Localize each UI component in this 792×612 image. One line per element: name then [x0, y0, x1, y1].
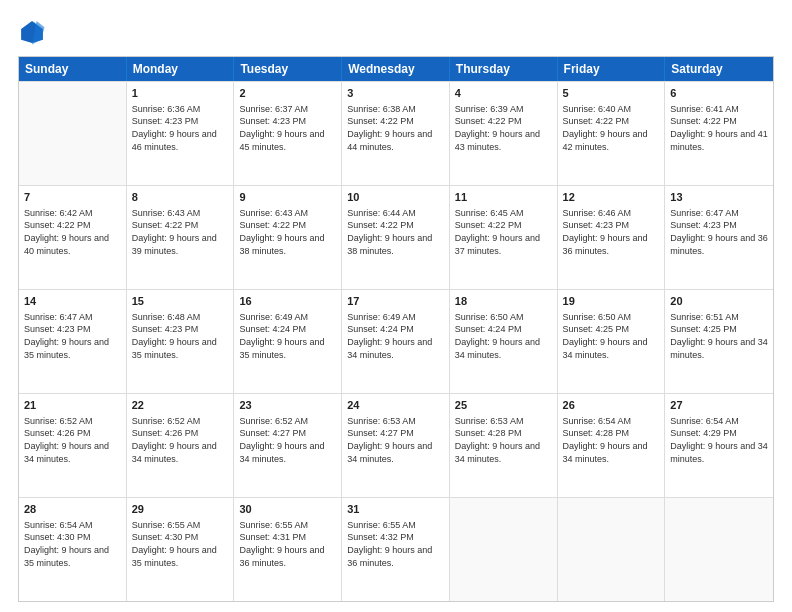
logo: [18, 18, 50, 46]
cal-cell-28: 28Sunrise: 6:54 AMSunset: 4:30 PMDayligh…: [19, 498, 127, 601]
cal-cell-detail: Sunrise: 6:50 AMSunset: 4:24 PMDaylight:…: [455, 311, 552, 361]
cal-week-5: 28Sunrise: 6:54 AMSunset: 4:30 PMDayligh…: [19, 497, 773, 601]
cal-cell-26: 26Sunrise: 6:54 AMSunset: 4:28 PMDayligh…: [558, 394, 666, 497]
cal-header-monday: Monday: [127, 57, 235, 81]
cal-cell-17: 17Sunrise: 6:49 AMSunset: 4:24 PMDayligh…: [342, 290, 450, 393]
cal-cell-5: 5Sunrise: 6:40 AMSunset: 4:22 PMDaylight…: [558, 82, 666, 185]
cal-cell-detail: Sunrise: 6:51 AMSunset: 4:25 PMDaylight:…: [670, 311, 768, 361]
cal-cell-detail: Sunrise: 6:44 AMSunset: 4:22 PMDaylight:…: [347, 207, 444, 257]
cal-cell-detail: Sunrise: 6:40 AMSunset: 4:22 PMDaylight:…: [563, 103, 660, 153]
page: SundayMondayTuesdayWednesdayThursdayFrid…: [0, 0, 792, 612]
cal-cell-detail: Sunrise: 6:47 AMSunset: 4:23 PMDaylight:…: [670, 207, 768, 257]
cal-cell-10: 10Sunrise: 6:44 AMSunset: 4:22 PMDayligh…: [342, 186, 450, 289]
cal-cell-31: 31Sunrise: 6:55 AMSunset: 4:32 PMDayligh…: [342, 498, 450, 601]
cal-cell-detail: Sunrise: 6:41 AMSunset: 4:22 PMDaylight:…: [670, 103, 768, 153]
cal-cell-detail: Sunrise: 6:37 AMSunset: 4:23 PMDaylight:…: [239, 103, 336, 153]
cal-header-tuesday: Tuesday: [234, 57, 342, 81]
cal-cell-22: 22Sunrise: 6:52 AMSunset: 4:26 PMDayligh…: [127, 394, 235, 497]
cal-cell-detail: Sunrise: 6:36 AMSunset: 4:23 PMDaylight:…: [132, 103, 229, 153]
cal-day-number: 22: [132, 398, 229, 413]
cal-cell-empty: [558, 498, 666, 601]
cal-cell-detail: Sunrise: 6:48 AMSunset: 4:23 PMDaylight:…: [132, 311, 229, 361]
cal-cell-21: 21Sunrise: 6:52 AMSunset: 4:26 PMDayligh…: [19, 394, 127, 497]
cal-cell-6: 6Sunrise: 6:41 AMSunset: 4:22 PMDaylight…: [665, 82, 773, 185]
cal-cell-detail: Sunrise: 6:49 AMSunset: 4:24 PMDaylight:…: [347, 311, 444, 361]
cal-day-number: 24: [347, 398, 444, 413]
cal-day-number: 25: [455, 398, 552, 413]
cal-day-number: 11: [455, 190, 552, 205]
cal-cell-detail: Sunrise: 6:43 AMSunset: 4:22 PMDaylight:…: [132, 207, 229, 257]
cal-day-number: 3: [347, 86, 444, 101]
cal-cell-25: 25Sunrise: 6:53 AMSunset: 4:28 PMDayligh…: [450, 394, 558, 497]
cal-cell-9: 9Sunrise: 6:43 AMSunset: 4:22 PMDaylight…: [234, 186, 342, 289]
cal-header-friday: Friday: [558, 57, 666, 81]
cal-day-number: 18: [455, 294, 552, 309]
cal-cell-detail: Sunrise: 6:47 AMSunset: 4:23 PMDaylight:…: [24, 311, 121, 361]
calendar-body: 1Sunrise: 6:36 AMSunset: 4:23 PMDaylight…: [19, 81, 773, 601]
cal-cell-detail: Sunrise: 6:55 AMSunset: 4:31 PMDaylight:…: [239, 519, 336, 569]
cal-cell-empty: [665, 498, 773, 601]
cal-cell-detail: Sunrise: 6:55 AMSunset: 4:30 PMDaylight:…: [132, 519, 229, 569]
cal-day-number: 12: [563, 190, 660, 205]
cal-day-number: 16: [239, 294, 336, 309]
cal-cell-12: 12Sunrise: 6:46 AMSunset: 4:23 PMDayligh…: [558, 186, 666, 289]
cal-cell-detail: Sunrise: 6:53 AMSunset: 4:28 PMDaylight:…: [455, 415, 552, 465]
cal-day-number: 5: [563, 86, 660, 101]
cal-cell-18: 18Sunrise: 6:50 AMSunset: 4:24 PMDayligh…: [450, 290, 558, 393]
cal-cell-empty: [19, 82, 127, 185]
cal-day-number: 20: [670, 294, 768, 309]
cal-cell-19: 19Sunrise: 6:50 AMSunset: 4:25 PMDayligh…: [558, 290, 666, 393]
cal-cell-8: 8Sunrise: 6:43 AMSunset: 4:22 PMDaylight…: [127, 186, 235, 289]
cal-cell-detail: Sunrise: 6:42 AMSunset: 4:22 PMDaylight:…: [24, 207, 121, 257]
cal-day-number: 27: [670, 398, 768, 413]
cal-cell-detail: Sunrise: 6:54 AMSunset: 4:28 PMDaylight:…: [563, 415, 660, 465]
cal-cell-detail: Sunrise: 6:55 AMSunset: 4:32 PMDaylight:…: [347, 519, 444, 569]
cal-header-saturday: Saturday: [665, 57, 773, 81]
cal-day-number: 10: [347, 190, 444, 205]
cal-cell-29: 29Sunrise: 6:55 AMSunset: 4:30 PMDayligh…: [127, 498, 235, 601]
cal-cell-3: 3Sunrise: 6:38 AMSunset: 4:22 PMDaylight…: [342, 82, 450, 185]
cal-day-number: 23: [239, 398, 336, 413]
cal-day-number: 28: [24, 502, 121, 517]
cal-cell-13: 13Sunrise: 6:47 AMSunset: 4:23 PMDayligh…: [665, 186, 773, 289]
cal-day-number: 8: [132, 190, 229, 205]
cal-day-number: 1: [132, 86, 229, 101]
cal-day-number: 4: [455, 86, 552, 101]
cal-day-number: 9: [239, 190, 336, 205]
cal-header-sunday: Sunday: [19, 57, 127, 81]
cal-cell-1: 1Sunrise: 6:36 AMSunset: 4:23 PMDaylight…: [127, 82, 235, 185]
cal-day-number: 21: [24, 398, 121, 413]
cal-cell-27: 27Sunrise: 6:54 AMSunset: 4:29 PMDayligh…: [665, 394, 773, 497]
cal-cell-30: 30Sunrise: 6:55 AMSunset: 4:31 PMDayligh…: [234, 498, 342, 601]
header: [18, 18, 774, 46]
cal-day-number: 31: [347, 502, 444, 517]
cal-cell-empty: [450, 498, 558, 601]
cal-cell-detail: Sunrise: 6:38 AMSunset: 4:22 PMDaylight:…: [347, 103, 444, 153]
cal-cell-11: 11Sunrise: 6:45 AMSunset: 4:22 PMDayligh…: [450, 186, 558, 289]
cal-cell-23: 23Sunrise: 6:52 AMSunset: 4:27 PMDayligh…: [234, 394, 342, 497]
cal-day-number: 17: [347, 294, 444, 309]
cal-week-4: 21Sunrise: 6:52 AMSunset: 4:26 PMDayligh…: [19, 393, 773, 497]
cal-cell-detail: Sunrise: 6:50 AMSunset: 4:25 PMDaylight:…: [563, 311, 660, 361]
cal-week-2: 7Sunrise: 6:42 AMSunset: 4:22 PMDaylight…: [19, 185, 773, 289]
cal-cell-detail: Sunrise: 6:49 AMSunset: 4:24 PMDaylight:…: [239, 311, 336, 361]
cal-cell-detail: Sunrise: 6:52 AMSunset: 4:27 PMDaylight:…: [239, 415, 336, 465]
cal-day-number: 7: [24, 190, 121, 205]
cal-cell-detail: Sunrise: 6:39 AMSunset: 4:22 PMDaylight:…: [455, 103, 552, 153]
cal-cell-4: 4Sunrise: 6:39 AMSunset: 4:22 PMDaylight…: [450, 82, 558, 185]
cal-cell-detail: Sunrise: 6:54 AMSunset: 4:30 PMDaylight:…: [24, 519, 121, 569]
cal-day-number: 30: [239, 502, 336, 517]
cal-day-number: 29: [132, 502, 229, 517]
cal-cell-14: 14Sunrise: 6:47 AMSunset: 4:23 PMDayligh…: [19, 290, 127, 393]
cal-cell-detail: Sunrise: 6:52 AMSunset: 4:26 PMDaylight:…: [132, 415, 229, 465]
calendar-header-row: SundayMondayTuesdayWednesdayThursdayFrid…: [19, 57, 773, 81]
cal-cell-detail: Sunrise: 6:53 AMSunset: 4:27 PMDaylight:…: [347, 415, 444, 465]
cal-cell-detail: Sunrise: 6:46 AMSunset: 4:23 PMDaylight:…: [563, 207, 660, 257]
cal-cell-2: 2Sunrise: 6:37 AMSunset: 4:23 PMDaylight…: [234, 82, 342, 185]
cal-cell-7: 7Sunrise: 6:42 AMSunset: 4:22 PMDaylight…: [19, 186, 127, 289]
cal-week-1: 1Sunrise: 6:36 AMSunset: 4:23 PMDaylight…: [19, 81, 773, 185]
cal-cell-detail: Sunrise: 6:45 AMSunset: 4:22 PMDaylight:…: [455, 207, 552, 257]
cal-cell-20: 20Sunrise: 6:51 AMSunset: 4:25 PMDayligh…: [665, 290, 773, 393]
calendar: SundayMondayTuesdayWednesdayThursdayFrid…: [18, 56, 774, 602]
cal-day-number: 2: [239, 86, 336, 101]
